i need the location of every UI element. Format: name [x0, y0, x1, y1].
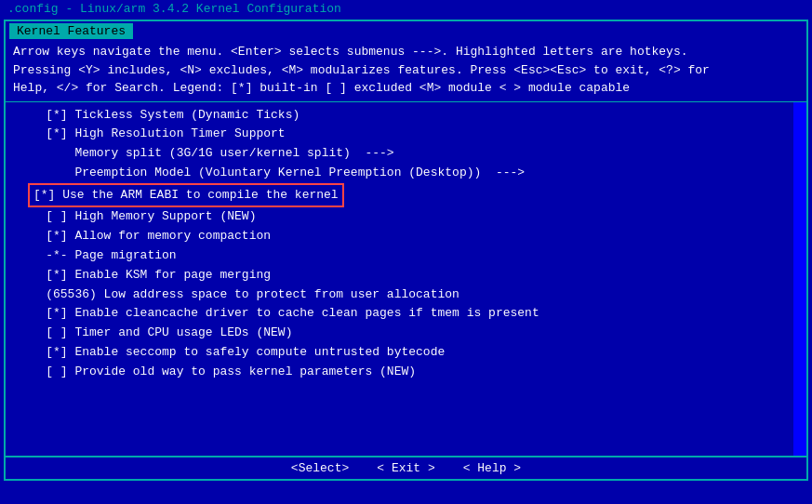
menu-item-14[interactable]: [ ] Provide old way to pass kernel param…: [13, 363, 799, 382]
menu-item-1[interactable]: [*] Tickless System (Dynamic Ticks): [13, 106, 799, 126]
menu-item-10[interactable]: (65536) Low address space to protect fro…: [13, 285, 799, 305]
menu-item-2[interactable]: [*] High Resolution Timer Support: [13, 125, 799, 144]
menu-item-8[interactable]: -*- Page migration: [13, 246, 799, 266]
info-line-2: Pressing <Y> includes, <N> excludes, <M>…: [13, 61, 799, 80]
menu-item-6[interactable]: [ ] High Memory Support (NEW): [13, 207, 799, 227]
menu-item-13[interactable]: [*] Enable seccomp to safely compute unt…: [13, 343, 799, 363]
info-area: Arrow keys navigate the menu. <Enter> se…: [6, 39, 806, 102]
menu-item-4[interactable]: Preemption Model (Voluntary Kernel Preem…: [13, 164, 799, 183]
info-line-1: Arrow keys navigate the menu. <Enter> se…: [13, 43, 799, 61]
menu-item-9[interactable]: [*] Enable KSM for page merging: [13, 266, 799, 285]
menu-item-3[interactable]: Memory split (3G/1G user/kernel split) -…: [13, 144, 799, 164]
exit-button[interactable]: < Exit >: [377, 461, 434, 475]
menu-item-11[interactable]: [*] Enable cleancache driver to cache cl…: [13, 304, 799, 324]
info-line-3: Help, </> for Search. Legend: [*] built-…: [13, 79, 799, 98]
select-button[interactable]: <Select>: [291, 461, 349, 475]
menu-list: [*] Tickless System (Dynamic Ticks) [*] …: [13, 106, 799, 382]
bottom-bar: <Select> < Exit > < Help >: [6, 456, 806, 479]
main-window: Kernel Features Arrow keys navigate the …: [4, 20, 808, 481]
menu-item-5[interactable]: [*] Use the ARM EABI to compile the kern…: [13, 183, 799, 208]
scrollbar[interactable]: [793, 102, 806, 456]
title-text: .config - Linux/arm 3.4.2 Kernel Configu…: [7, 2, 341, 16]
title-bar: .config - Linux/arm 3.4.2 Kernel Configu…: [0, 0, 812, 18]
kernel-features-tab[interactable]: Kernel Features: [9, 23, 133, 39]
content-area: [*] Tickless System (Dynamic Ticks) [*] …: [6, 102, 806, 456]
help-button[interactable]: < Help >: [463, 461, 521, 475]
menu-item-7[interactable]: [*] Allow for memory compaction: [13, 227, 799, 246]
menu-item-12[interactable]: [ ] Timer and CPU usage LEDs (NEW): [13, 324, 799, 343]
tab-bar: Kernel Features: [6, 21, 806, 39]
